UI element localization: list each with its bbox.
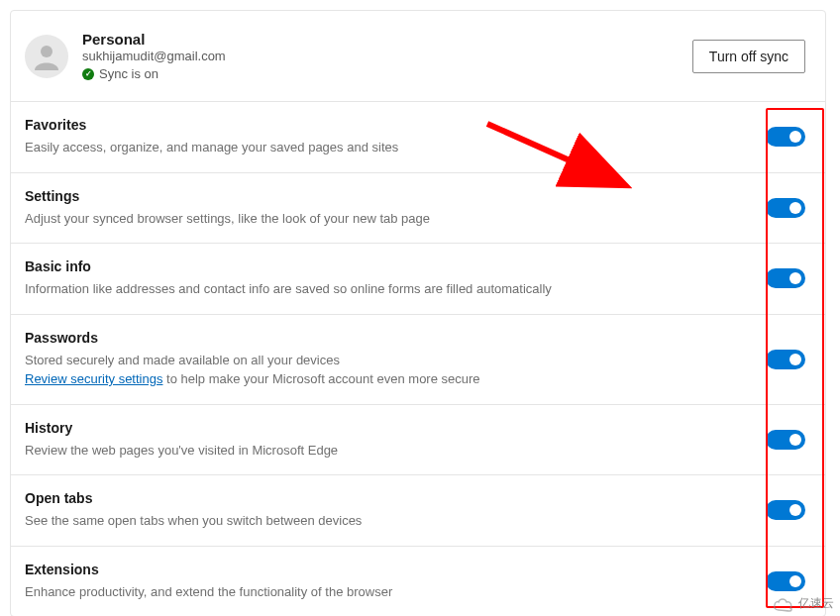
- toggle-settings[interactable]: [766, 198, 805, 218]
- sync-section-settings: Settings Adjust your synced browser sett…: [11, 172, 825, 244]
- sync-status-text: Sync is on: [99, 66, 158, 81]
- sync-section-basic-info: Basic info Information like addresses an…: [11, 243, 825, 314]
- toggle-passwords[interactable]: [766, 350, 805, 369]
- toggle-extensions[interactable]: [766, 571, 805, 591]
- sync-status-row: ✓ Sync is on: [82, 66, 679, 81]
- turn-off-sync-button[interactable]: Turn off sync: [692, 40, 805, 73]
- sync-section-favorites: Favorites Easily access, organize, and m…: [11, 101, 825, 172]
- check-icon: ✓: [82, 68, 94, 80]
- section-title: Favorites: [25, 117, 754, 133]
- cloud-icon: [773, 596, 794, 612]
- avatar: [25, 35, 68, 78]
- section-desc: Review the web pages you've visited in M…: [25, 441, 754, 461]
- sync-section-extensions: Extensions Enhance productivity, and ext…: [11, 546, 825, 617]
- section-title: Basic info: [25, 258, 754, 274]
- watermark: 亿速云: [773, 595, 834, 612]
- sync-settings-card: Personal sukhijamudit@gmail.com ✓ Sync i…: [10, 10, 826, 616]
- section-title: Open tabs: [25, 490, 754, 506]
- section-desc: Enhance productivity, and extend the fun…: [25, 582, 754, 602]
- toggle-history[interactable]: [766, 430, 805, 450]
- section-desc: Adjust your synced browser settings, lik…: [25, 209, 754, 229]
- section-desc: Easily access, organize, and manage your…: [25, 138, 754, 157]
- sync-section-passwords: Passwords Stored securely and made avail…: [11, 314, 825, 404]
- profile-info: Personal sukhijamudit@gmail.com ✓ Sync i…: [82, 31, 679, 81]
- section-title: Passwords: [25, 330, 754, 346]
- sync-section-open-tabs: Open tabs See the same open tabs when yo…: [11, 474, 825, 546]
- person-icon: [31, 41, 62, 72]
- toggle-favorites[interactable]: [766, 127, 805, 147]
- section-desc: Information like addresses and contact i…: [25, 279, 754, 299]
- section-title: Settings: [25, 188, 754, 204]
- review-security-link[interactable]: Review security settings: [25, 371, 162, 386]
- toggle-basic-info[interactable]: [766, 268, 805, 288]
- svg-point-0: [41, 46, 52, 57]
- sync-section-history: History Review the web pages you've visi…: [11, 404, 825, 475]
- toggle-open-tabs[interactable]: [766, 500, 805, 520]
- section-title: Extensions: [25, 562, 754, 577]
- profile-name: Personal: [82, 31, 679, 48]
- profile-email: sukhijamudit@gmail.com: [82, 49, 679, 63]
- section-desc: See the same open tabs when you switch b…: [25, 511, 754, 531]
- profile-header: Personal sukhijamudit@gmail.com ✓ Sync i…: [11, 11, 825, 101]
- section-title: History: [25, 420, 754, 436]
- section-desc: Stored securely and made available on al…: [25, 351, 754, 389]
